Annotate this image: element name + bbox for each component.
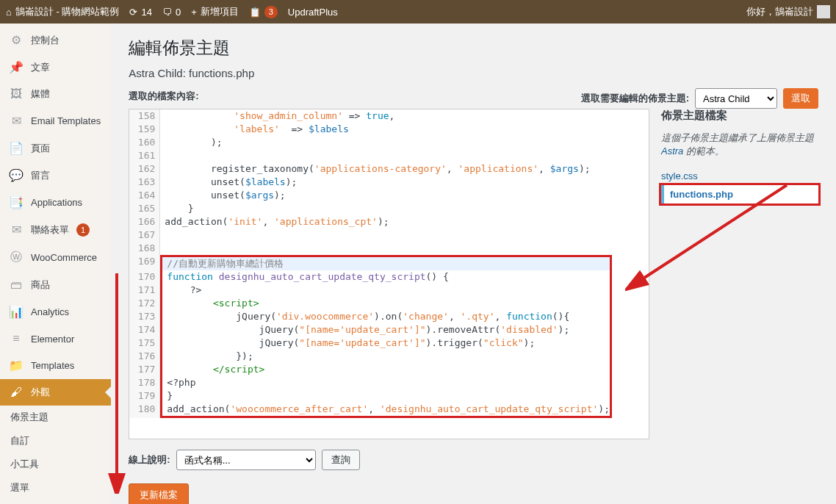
menu-icon: 📁: [9, 359, 24, 372]
sidebar-item-外觀[interactable]: 🖌外觀: [0, 379, 111, 406]
parent-theme-link[interactable]: Astra: [661, 145, 683, 156]
page-title: 編輯佈景主題: [129, 37, 818, 60]
submenu-item[interactable]: 佈景主題: [0, 406, 111, 429]
main-content: 編輯佈景主題 Astra Child: functions.php 選取需要編輯…: [111, 24, 836, 504]
sidebar-item-Email Templates[interactable]: ✉Email Templates: [0, 107, 111, 134]
function-lookup-select[interactable]: 函式名稱...: [176, 450, 316, 470]
submenu-item[interactable]: 選單: [0, 476, 111, 500]
menu-label: 文章: [31, 61, 50, 74]
files-heading: 佈景主題檔案: [661, 109, 818, 123]
theme-file-link[interactable]: functions.php: [661, 185, 818, 204]
menu-icon: ✉: [9, 114, 24, 128]
sidebar-item-聯絡表單[interactable]: ✉聯絡表單1: [0, 216, 111, 243]
menu-icon: 💬: [9, 168, 24, 182]
sidebar-item-Applications[interactable]: 📑Applications: [0, 189, 111, 216]
admin-topbar: ⌂ 鵠崙設計 - 購物網站範例 ⟳ 14 🗨 0 + 新增項目 📋 3 Updr…: [0, 0, 836, 24]
lookup-button[interactable]: 查詢: [322, 450, 360, 470]
menu-icon: ≡: [9, 332, 24, 345]
menu-icon: 📌: [9, 60, 24, 74]
select-theme-button[interactable]: 選取: [783, 88, 818, 109]
menu-icon: 🖌: [9, 386, 24, 399]
sidebar-item-Templates[interactable]: 📁Templates: [0, 352, 111, 379]
sidebar-item-文章[interactable]: 📌文章: [0, 54, 111, 81]
sidebar-item-WooCommerce[interactable]: ⓦWooCommerce: [0, 243, 111, 272]
menu-label: 聯絡表單: [31, 223, 69, 237]
menu-icon: 📊: [9, 305, 24, 319]
menu-icon: ⚙: [9, 33, 24, 47]
menu-label: 媒體: [31, 87, 50, 101]
menu-label: 外觀: [31, 386, 50, 399]
menu-label: Email Templates: [31, 115, 101, 126]
new-content-link[interactable]: + 新增項目: [191, 5, 239, 18]
sidebar-item-Elementor[interactable]: ≡Elementor: [0, 325, 111, 352]
submenu-item[interactable]: 自訂: [0, 429, 111, 453]
site-link[interactable]: ⌂ 鵠崙設計 - 購物網站範例: [6, 5, 119, 18]
sidebar-item-Analytics[interactable]: 📊Analytics: [0, 298, 111, 325]
submenu-item[interactable]: 小工具: [0, 453, 111, 476]
theme-select-label: 選取需要編輯的佈景主題:: [581, 92, 689, 105]
menu-icon: ⓦ: [9, 250, 24, 265]
menu-label: Analytics: [31, 306, 69, 317]
updraft-link[interactable]: UpdraftPlus: [288, 7, 338, 18]
sidebar-item-控制台[interactable]: ⚙控制台: [0, 26, 111, 54]
file-subtitle: Astra Child: functions.php: [129, 67, 818, 79]
menu-icon: 🗃: [9, 278, 24, 292]
theme-file-link[interactable]: style.css: [661, 167, 818, 185]
sidebar-item-留言[interactable]: 💬留言: [0, 162, 111, 189]
menu-icon: ✉: [9, 223, 24, 237]
avatar-icon: [817, 5, 830, 18]
update-file-button[interactable]: 更新檔案: [129, 483, 189, 504]
menu-label: Applications: [31, 197, 82, 208]
menu-label: 留言: [31, 169, 50, 182]
wpforms-link[interactable]: 📋 3: [249, 6, 278, 18]
menu-label: 商品: [31, 278, 50, 292]
menu-label: 控制台: [31, 34, 60, 47]
updates-link[interactable]: ⟳ 14: [129, 7, 151, 18]
theme-select[interactable]: Astra Child: [695, 88, 777, 109]
comments-link[interactable]: 🗨 0: [162, 7, 181, 18]
admin-sidebar: ⚙控制台📌文章🖼媒體✉Email Templates📄頁面💬留言📑Applica…: [0, 24, 111, 504]
sidebar-item-媒體[interactable]: 🖼媒體: [0, 81, 111, 107]
account-link[interactable]: 你好，鵠崙設計: [746, 5, 830, 18]
menu-label: Templates: [31, 360, 74, 371]
menu-label: WooCommerce: [31, 252, 97, 263]
menu-icon: 📄: [9, 141, 24, 155]
menu-icon: 🖼: [9, 87, 24, 101]
count-badge: 1: [76, 223, 90, 237]
menu-label: Elementor: [31, 334, 74, 345]
sidebar-item-頁面[interactable]: 📄頁面: [0, 134, 111, 162]
menu-icon: 📑: [9, 195, 24, 209]
code-editor[interactable]: 158 'show_admin_column' => true,159 'lab…: [129, 109, 649, 439]
doc-label: 線上說明:: [129, 453, 170, 467]
sidebar-item-商品[interactable]: 🗃商品: [0, 272, 111, 298]
files-description: 這個子佈景主題繼承了上層佈景主題 Astra 的範本。: [661, 132, 818, 158]
menu-label: 頁面: [31, 142, 50, 155]
